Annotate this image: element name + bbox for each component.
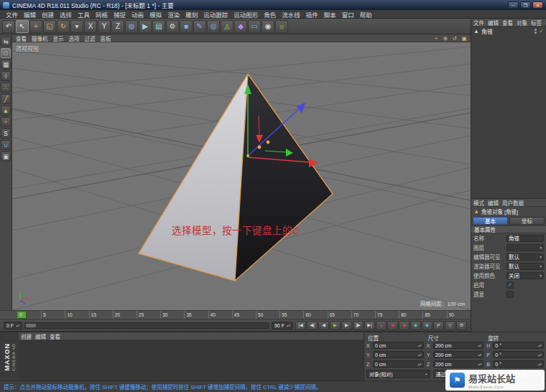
record-parameter-button[interactable]: P [433,321,444,330]
light-button[interactable]: ☼ [275,20,288,33]
goto-start-button[interactable]: |◀ [295,321,306,330]
visibility-toggles[interactable] [535,29,537,34]
attribute-value[interactable]: 关闭 ▾ [506,272,544,279]
coordinate-input[interactable]: 0 cm ▴▾ [373,360,424,368]
object-manager-menu-item[interactable]: 标签 [531,19,542,27]
lock-y-axis-button[interactable]: Y [98,20,111,33]
viewport-zoom-icon[interactable]: ⊕ [442,35,449,42]
attribute-manager-menu-item[interactable]: 用户数据 [502,199,524,207]
next-key-button[interactable]: |▶ [353,321,364,330]
array-generator-button[interactable]: ◬ [221,20,233,33]
attribute-value[interactable]: 默认 ▾ [506,253,544,261]
playback-settings-button[interactable]: ⚙ [456,321,467,330]
attribute-value[interactable]: ▾ [506,244,544,251]
object-tree[interactable]: ▲ 角锥 ✓ [471,27,546,198]
viewport-menu-item[interactable]: 显示 [53,34,64,42]
object-manager-menu-item[interactable]: 对象 [517,19,527,27]
scale-tool[interactable]: ◱ [43,20,56,33]
viewport-pan-icon[interactable]: + [432,35,440,42]
viewport-menu-item[interactable]: 选项 [69,34,80,42]
edges-mode-button[interactable]: ╱ [1,94,11,104]
render-view-button[interactable]: ▶ [139,20,152,33]
autokey-button[interactable]: ◉ [387,321,398,330]
spinner-icon[interactable]: ▴▾ [418,362,422,366]
object-manager-menu-item[interactable]: 查看 [502,19,513,27]
timeline-slider-handle[interactable] [26,324,36,327]
spinner-icon[interactable]: ▴▾ [418,353,422,357]
record-keyframe-button[interactable]: ● [376,321,387,330]
coordinate-input[interactable]: 200 cm ▴▾ [433,360,484,368]
render-settings-button[interactable]: ⚙ [166,20,179,33]
coordinate-system-button[interactable]: ◍ [125,20,138,33]
material-list-area[interactable] [19,340,364,381]
recent-tools-dropdown[interactable]: ▾ [70,20,83,33]
menu-item[interactable]: 雕刻 [182,10,200,19]
object-name[interactable]: 角锥 [481,27,493,35]
prev-key-button[interactable]: ◀| [307,321,318,330]
viewport-canvas[interactable]: 透视视图 选择模型，按一下键盘上的C 网格间距：100 cm [12,42,471,310]
live-selection-tool[interactable]: ↖ [16,20,29,33]
spinner-icon[interactable]: ▴▾ [16,323,19,327]
viewport-menu-item[interactable]: 面板 [101,34,111,42]
spinner-icon[interactable]: ▴▾ [538,362,542,366]
close-button[interactable]: ✕ [532,1,543,9]
object-manager-menu-item[interactable]: 编辑 [488,19,499,27]
attribute-tab[interactable]: 基本 [473,217,508,225]
coordinate-input[interactable]: 0 cm ▴▾ [373,351,424,358]
coordinate-input[interactable]: 0 ° ▴▾ [493,351,544,358]
menu-item[interactable]: 网格 [93,10,111,19]
record-scale-button[interactable]: ◆ [410,321,421,330]
record-position-button[interactable]: ◆ [399,321,410,330]
maximize-button[interactable]: ❐ [520,1,531,9]
spinner-icon[interactable]: ▴▾ [538,343,542,347]
viewport-menu-item[interactable]: 摄像机 [32,34,48,42]
menu-item[interactable]: 流水线 [279,10,303,19]
undo-button[interactable]: ↶ [2,20,15,33]
coordinate-mode-dropdown[interactable]: 对象(相对) ▾ [366,370,430,378]
spinner-icon[interactable]: ▴▾ [478,343,481,347]
snapping-button[interactable]: ∪ [1,140,11,150]
window-titlebar[interactable]: CINEMA 4D R18.011 Studio (RC - R18) - [未… [0,0,546,10]
spinner-icon[interactable]: ▴▾ [478,353,481,357]
menu-item[interactable]: 工具 [75,10,93,19]
spinner-icon[interactable]: ▴▾ [287,323,290,327]
menu-item[interactable]: 渲染 [165,10,182,19]
coordinate-input[interactable]: 0 cm ▴▾ [373,342,424,349]
menu-item[interactable]: 编辑 [21,10,39,19]
end-frame-field[interactable]: 90 F ▴▾ [272,322,293,330]
spline-pen-button[interactable]: ✎ [193,20,206,33]
perspective-viewport[interactable]: 查看摄像机显示选项过滤面板 +⊕↺▣ [12,34,471,310]
attribute-tab[interactable]: 坐标 [509,217,545,225]
attribute-value[interactable]: 默认 ▾ [506,263,544,270]
coordinate-input[interactable]: 200 cm ▴▾ [433,351,484,358]
texture-mode-button[interactable]: ▦ [1,60,11,70]
attribute-value[interactable]: ▾ [506,291,514,298]
make-editable-button[interactable]: ⇆ [1,37,11,47]
menu-item[interactable]: 角色 [261,10,279,19]
spinner-icon[interactable]: ▴▾ [478,362,481,366]
section-header-basic-properties[interactable]: 基本属性 [471,225,546,233]
attribute-manager-menu-item[interactable]: 模式 [473,199,484,207]
coordinate-input[interactable]: 0 ° ▴▾ [493,360,544,368]
object-enabled-check[interactable]: ✓ [539,28,544,34]
move-tool[interactable]: + [29,20,42,33]
play-button[interactable]: ▶ [330,321,341,330]
enable-axis-button[interactable]: + [1,117,11,127]
camera-button[interactable]: ◉ [262,20,274,33]
pla-button[interactable]: ◇ [445,321,455,330]
object-row[interactable]: ▲ 角锥 ✓ [471,27,546,36]
menu-item[interactable]: 创建 [39,10,57,19]
menu-item[interactable]: 插件 [303,10,321,19]
lock-z-axis-button[interactable]: Z [111,20,124,33]
menu-item[interactable]: 帮助 [357,10,375,19]
viewport-menu-item[interactable]: 查看 [16,34,27,42]
polygons-mode-button[interactable]: ▲ [1,106,11,116]
viewport-label[interactable]: 透视视图 [16,45,39,52]
next-frame-button[interactable]: ▶ [341,321,352,330]
lock-x-axis-button[interactable]: X [84,20,97,33]
timeline-range-slider[interactable] [24,322,269,329]
coordinate-input[interactable]: 200 cm ▴▾ [433,342,484,349]
timeline-ruler[interactable]: 051015202530354045505560657075808590 [0,310,471,319]
model-mode-button[interactable]: □ [1,48,11,58]
environment-button[interactable]: ▭ [248,20,261,33]
